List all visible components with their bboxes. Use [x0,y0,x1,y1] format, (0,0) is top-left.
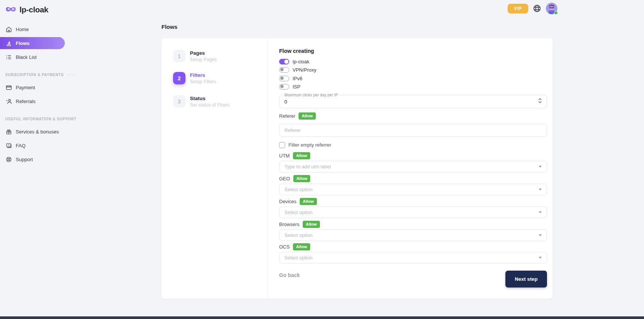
sidebar-item-services[interactable]: Services & bonuses [0,126,65,138]
toggle-off-switch[interactable] [279,67,289,73]
flow-creating-form: Flow creating lp-cloak VPN/Proxy IPv6 IS… [279,38,547,299]
faq-icon: ? [5,142,12,149]
step-pages[interactable]: 1 Pages Setup Pages [173,50,217,62]
utm-label-row: UTM Allow [279,152,310,159]
chevron-down-icon [539,189,542,190]
devices-select[interactable] [279,207,547,218]
sidebar-item-label: Payment [16,85,35,90]
sidebar-item-referrals[interactable]: Referrals [0,95,65,107]
geo-allow-badge[interactable]: Allow [293,175,310,182]
credit-card-icon [5,84,12,91]
step-subtitle: Set status of Flows [190,102,230,108]
devices-label-row: Devices Allow [279,198,317,205]
utm-select[interactable] [279,161,547,172]
geo-label-row: GEO Allow [279,175,310,182]
sidebar-item-label: Home [16,27,29,32]
flows-icon [5,40,12,46]
browsers-allow-badge[interactable]: Allow [303,221,320,228]
svg-text:?: ? [8,144,9,147]
browsers-select[interactable] [279,229,547,241]
browsers-label-row: Browsers Allow [279,221,320,228]
chevron-down-icon [539,166,542,168]
step-title: Pages [190,50,217,56]
toggle-lp-cloak[interactable]: lp-cloak [279,58,309,64]
sidebar-item-label: FAQ [16,143,25,148]
sidebar-item-label: Black List [16,54,37,60]
step-title: Status [190,95,230,101]
step-subtitle: Setup Pages [190,57,217,62]
sidebar-item-black-list[interactable]: Black List [0,51,65,63]
window-bottom-edge [0,316,644,319]
user-avatar[interactable] [546,3,557,14]
step-title: Filters [190,72,216,78]
referer-allow-badge[interactable]: Allow [299,112,315,119]
sidebar-item-home[interactable]: Home [0,23,65,35]
sidebar: lp-cloak Home Flows [0,0,65,319]
devices-input[interactable] [279,207,539,218]
sidebar-item-payment[interactable]: Payment [0,81,65,93]
next-step-button[interactable]: Next step [505,271,547,288]
max-clicks-field: Maximum clicks per day per IP [279,95,547,108]
chevron-down-icon [539,211,542,213]
form-title: Flow creating [279,48,314,54]
list-icon [5,54,12,60]
gift-icon [5,128,12,135]
sidebar-item-label: Flows [16,40,30,46]
utm-input[interactable] [279,161,539,172]
empty-referrer-checkbox[interactable] [279,142,285,148]
max-clicks-input[interactable] [279,95,547,108]
chevron-down-icon [539,257,542,259]
sidebar-section-useful: USEFUL INFORMATION & SUPPORT [0,117,65,121]
referer-input[interactable] [279,124,547,136]
ocs-allow-badge[interactable]: Allow [293,243,310,250]
geo-input[interactable] [279,184,539,195]
step-status[interactable]: 3 Status Set status of Flows [173,95,230,108]
sidebar-section-subscription: SUBSCRIPTION & PAYMENTS [0,73,65,77]
number-stepper-icon[interactable] [538,98,542,103]
page-title: Flows [161,24,178,30]
filter-empty-referrer[interactable]: Filter empty referrer [279,142,331,148]
go-back-button[interactable]: Go back [279,272,300,278]
toggle-on-switch[interactable] [279,59,289,64]
utm-allow-badge[interactable]: Allow [293,152,310,159]
topbar-actions: VIP [508,3,557,14]
browsers-input[interactable] [279,230,539,241]
toggle-ipv6[interactable]: IPv6 [279,75,302,81]
max-clicks-label: Maximum clicks per day per IP [283,93,339,97]
ocs-label-row: OCS Allow [279,243,310,250]
person-add-icon [5,98,12,105]
home-icon [5,26,12,33]
language-globe-icon[interactable] [533,4,541,13]
sidebar-item-label: Services & bonuses [16,129,59,135]
lifebuoy-icon [5,156,12,163]
app-logo: lp-cloak [0,0,65,14]
chevron-down-icon [539,234,542,236]
referer-label-row: Referer Allow [279,112,316,120]
sidebar-item-support[interactable]: Support [0,153,65,165]
sidebar-item-flows[interactable]: Flows [0,37,65,49]
toggle-vpn-proxy[interactable]: VPN/Proxy [279,67,317,73]
card-divider [267,38,267,299]
mask-logo-icon [5,6,16,14]
ocs-input[interactable] [279,252,539,263]
geo-select[interactable] [279,184,547,195]
toggle-off-switch[interactable] [279,84,289,90]
ocs-select[interactable] [279,252,547,264]
vip-button[interactable]: VIP [508,4,528,13]
toggle-isp[interactable]: ISP [279,84,300,90]
sidebar-item-faq[interactable]: ? FAQ [0,139,65,151]
app-name: lp-cloak [19,5,48,14]
online-status-dot [554,11,558,15]
toggle-off-switch[interactable] [279,76,289,81]
referer-field [279,124,547,137]
flow-card: 1 Pages Setup Pages 2 Filters Setup Filt… [161,38,553,299]
sidebar-item-label: Support [16,157,33,162]
step-subtitle: Setup Filters [190,79,216,84]
sidebar-item-label: Referrals [16,99,36,104]
step-filters[interactable]: 2 Filters Setup Filters [173,72,216,84]
devices-allow-badge[interactable]: Allow [300,198,317,205]
